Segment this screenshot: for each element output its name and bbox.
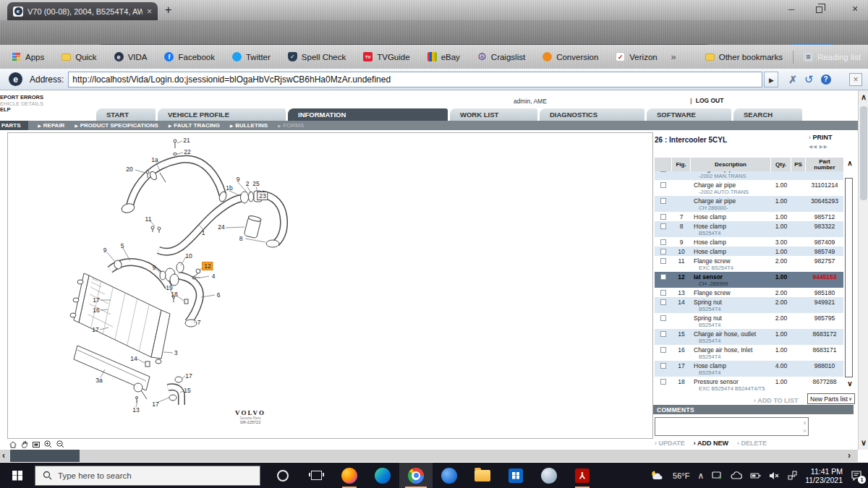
table-row[interactable]: 13Flange screw2.00985180 (655, 288, 843, 297)
diagram-callout-1a[interactable]: 1a (151, 156, 158, 163)
browser-tab[interactable]: e V70 (00-08), 2004, B5254T4, AW5 × (7, 2, 158, 20)
ietab-refresh-icon[interactable]: ↺ (804, 73, 814, 86)
row-checkbox[interactable] (660, 223, 666, 229)
table-row[interactable]: 11Flange screwEXC B5254T42.00982757 (655, 256, 843, 272)
diagram-callout-20[interactable]: 20 (126, 166, 132, 173)
row-checkbox[interactable] (660, 315, 666, 321)
bookmark-quick[interactable]: Quick (61, 53, 96, 61)
diagram-callout-25[interactable]: 25 (252, 180, 259, 187)
add-to-list-link[interactable]: › ADD TO LIST (754, 397, 799, 404)
taskbar-acrobat[interactable]: ⅄ (566, 463, 599, 488)
diagram-callout-1b[interactable]: 1b (226, 184, 232, 192)
comments-textarea[interactable]: ∧ ∨ (655, 417, 809, 436)
table-row[interactable]: 10Hose clamp1.00985749 (655, 247, 843, 256)
clock[interactable]: 11:41 PM 11/23/2021 (805, 467, 843, 484)
row-checkbox[interactable] (660, 379, 666, 385)
diagram-callout-15[interactable]: 15 (184, 387, 190, 394)
taskbar-file-explorer[interactable] (466, 463, 499, 488)
diagram-callout-12[interactable]: 12 (202, 262, 213, 270)
start-button[interactable] (0, 463, 35, 488)
ietab-helper-tray-icon[interactable] (712, 471, 723, 480)
diagram-callout-21[interactable]: 21 (183, 137, 190, 144)
diagram-callout-9[interactable]: 9 (103, 247, 107, 254)
diagram-callout-1[interactable]: 1 (202, 229, 205, 236)
parts-list-select[interactable]: New Parts list∨ (807, 393, 855, 404)
table-row[interactable]: 9Hose clamp3.00987409 (655, 237, 843, 247)
bookmark-conversion[interactable]: Conversion (542, 52, 598, 61)
table-scroll-down-icon[interactable]: ∨ (845, 380, 855, 388)
scroll-down-icon[interactable]: ∨ (859, 438, 868, 448)
diagram-callout-5[interactable]: 5 (121, 242, 124, 249)
go-button[interactable]: ▶ (764, 72, 778, 87)
subnav-parts[interactable]: PARTS (0, 121, 28, 130)
row-checkbox[interactable] (660, 299, 666, 305)
row-checkbox[interactable] (660, 182, 666, 188)
diagram-callout-10[interactable]: 10 (185, 252, 192, 260)
taskbar-chrome[interactable] (399, 463, 433, 488)
zoom-in-icon[interactable] (43, 440, 53, 449)
bookmark-apps[interactable]: Apps (12, 52, 44, 61)
pen-touch-icon[interactable] (788, 471, 797, 480)
table-row[interactable]: Spring nutB5254T42.00985795 (655, 313, 843, 329)
bookmark-craigslist[interactable]: ☮Craigslist (477, 52, 525, 61)
bookmark-vida[interactable]: eVIDA (114, 52, 148, 61)
reading-list[interactable]: ≣Reading list (804, 52, 861, 61)
row-checkbox[interactable] (660, 239, 666, 245)
ietab-close-button[interactable]: × (849, 73, 862, 86)
taskbar-edge[interactable] (366, 463, 399, 488)
vertical-scrollbar-thumb[interactable] (860, 106, 867, 200)
row-checkbox[interactable] (660, 363, 666, 369)
battery-icon[interactable] (750, 472, 761, 479)
weather-icon[interactable] (650, 470, 665, 481)
table-row[interactable]: 17Hose clampB5254T44.00988010 (655, 361, 843, 377)
row-checkbox[interactable] (660, 347, 666, 353)
diagram-callout-3a[interactable]: 3a (95, 377, 102, 384)
diagram-callout-4[interactable]: 4 (212, 273, 216, 280)
table-row[interactable]: 16Charge air hose, InletB5254T41.0086831… (655, 345, 843, 361)
bookmarks-overflow-icon[interactable]: » (671, 51, 676, 62)
cortana-button[interactable] (266, 463, 299, 488)
subnav-product-specifications[interactable]: ▶PRODUCT SPECIFICATIONS (75, 122, 158, 129)
bookmark-ebay[interactable]: eBay (427, 52, 460, 61)
textarea-down-icon[interactable]: ∨ (803, 428, 807, 433)
diagram-callout-17[interactable]: 17 (92, 326, 98, 333)
row-checkbox[interactable] (660, 258, 666, 264)
diagram-callout-17[interactable]: 17 (152, 401, 158, 408)
row-checkbox[interactable] (660, 171, 666, 172)
diagram-callout-3[interactable]: 3 (174, 349, 178, 356)
tools-icon[interactable]: ✗ (788, 74, 797, 85)
table-row[interactable]: 6Charge air pipe-2002 MAN.TRANS1.0091792… (655, 171, 843, 180)
restore-button[interactable] (816, 7, 822, 13)
diagram-callout-17[interactable]: 17 (93, 296, 99, 304)
app-vertical-scrollbar[interactable]: ∧ ∨ (858, 90, 868, 450)
table-row[interactable]: 8Hose clampB5254T41.00983322 (655, 221, 843, 237)
diagram-callout-16[interactable]: 16 (93, 307, 99, 314)
taskbar-app[interactable] (532, 463, 566, 488)
diagram-callout-18[interactable]: 18 (171, 291, 177, 298)
parts-diagram-panel[interactable]: 2122201a91b22523248111591091241918671716… (7, 132, 653, 439)
tab-software[interactable]: SOFTWARE (647, 108, 731, 121)
bookmark-tvguide[interactable]: TVTVGuide (363, 52, 409, 61)
diagram-callout-23[interactable]: 23 (257, 192, 268, 200)
diagram-callout-24[interactable]: 24 (218, 223, 224, 231)
subnav-bulletins[interactable]: ▶BULLETINS (230, 122, 268, 129)
zoom-out-icon[interactable] (56, 440, 65, 449)
subnav-forms[interactable]: ▶FORMS (278, 122, 304, 129)
tab-start[interactable]: START (96, 108, 156, 121)
row-checkbox[interactable] (660, 274, 666, 280)
diagram-callout-2[interactable]: 2 (246, 180, 250, 187)
add-new-button[interactable]: › ADD NEW (694, 440, 728, 447)
minimize-button[interactable]: ─ (784, 4, 799, 14)
horizontal-scrollbar-thumb[interactable] (10, 450, 80, 462)
new-tab-button[interactable]: + (165, 4, 171, 17)
scroll-right-icon[interactable]: › (848, 450, 851, 461)
diagram-callout-22[interactable]: 22 (184, 148, 190, 155)
diagram-callout-6[interactable]: 6 (217, 291, 221, 299)
tab-vehicle-profile[interactable]: VEHICLE PROFILE (158, 108, 286, 121)
bookmark-spell-check[interactable]: ✓Spell Check (288, 52, 346, 61)
other-bookmarks[interactable]: Other bookmarks (705, 53, 783, 61)
taskbar-thunderbird[interactable] (433, 463, 466, 488)
fit-view-icon[interactable] (32, 440, 41, 449)
tray-chevron-icon[interactable]: ∧ (697, 471, 704, 481)
row-checkbox[interactable] (660, 249, 666, 254)
